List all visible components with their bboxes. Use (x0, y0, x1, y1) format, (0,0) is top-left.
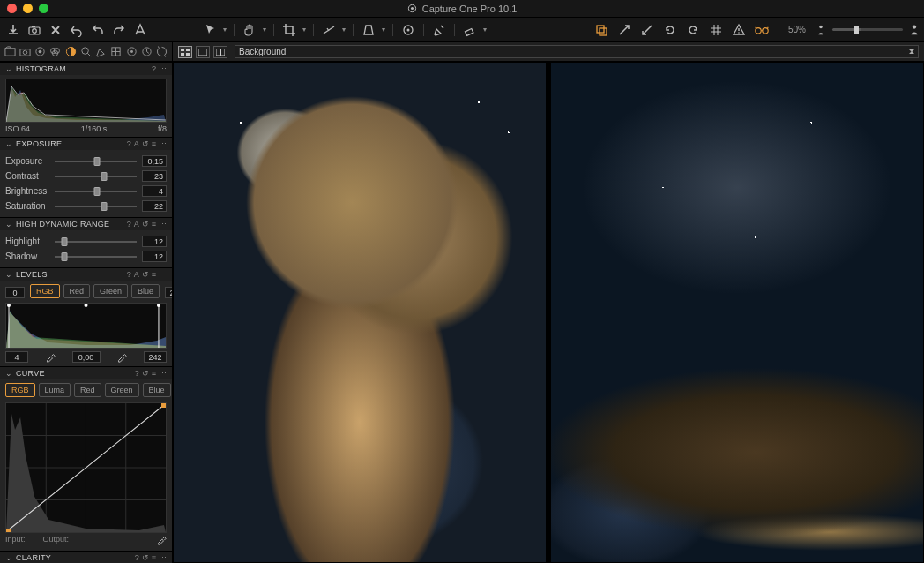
panel-menu-icon[interactable]: ⋯ (159, 553, 167, 562)
image-pane-left[interactable] (174, 63, 546, 562)
curve-tab-green[interactable]: Green (105, 383, 139, 397)
tab-exposure-icon[interactable] (64, 45, 77, 59)
zoom-slider[interactable] (832, 28, 903, 31)
panel-help-icon[interactable]: ? (135, 369, 139, 378)
close-window-button[interactable] (7, 4, 17, 13)
rotate-right-icon[interactable] (685, 22, 701, 38)
highlight-slider[interactable] (55, 241, 137, 243)
mask-erase-icon[interactable] (462, 22, 478, 38)
black-point-picker-icon[interactable] (45, 352, 56, 363)
camera-icon[interactable] (26, 22, 42, 38)
levels-in-low[interactable] (5, 287, 25, 298)
panel-help-icon[interactable]: ? (127, 270, 131, 279)
exposure-value[interactable]: 0,15 (142, 155, 167, 167)
apply-down-icon[interactable] (639, 22, 655, 38)
levels-tab-red[interactable]: Red (63, 284, 91, 298)
undo-icon[interactable] (90, 22, 106, 38)
view-grid-icon[interactable] (178, 46, 192, 58)
curve-header[interactable]: ⌄ CURVE ? ↺ ≡ ⋯ (0, 366, 172, 379)
mask-draw-icon[interactable] (431, 22, 447, 38)
panel-preset-icon[interactable]: ≡ (152, 220, 156, 229)
rotate-left-icon[interactable] (662, 22, 678, 38)
view-split-icon[interactable] (213, 46, 227, 58)
curve-graph[interactable] (5, 402, 167, 533)
panel-reset-icon[interactable]: ↺ (142, 270, 149, 279)
panel-help-icon[interactable]: ? (135, 553, 139, 562)
cursor-icon[interactable] (202, 22, 218, 38)
levels-tab-blue[interactable]: Blue (131, 284, 160, 298)
text-icon[interactable] (132, 22, 148, 38)
levels-graph[interactable] (5, 303, 167, 349)
curve-tab-rgb[interactable]: RGB (5, 383, 35, 397)
levels-in-high[interactable] (165, 287, 172, 298)
levels-out-mid[interactable] (72, 351, 101, 363)
panel-menu-icon[interactable]: ⋯ (159, 64, 167, 73)
maximize-window-button[interactable] (39, 4, 48, 13)
saturation-slider[interactable] (55, 206, 137, 207)
panel-preset-icon[interactable]: ≡ (152, 270, 156, 279)
tab-color-icon[interactable] (49, 45, 62, 59)
panel-auto-icon[interactable]: A (134, 139, 139, 148)
spot-icon[interactable] (400, 22, 416, 38)
straighten-icon[interactable] (321, 22, 337, 38)
histogram-header[interactable]: ⌄ HISTOGRAM ?⋯ (0, 62, 172, 75)
copy-adjustments-icon[interactable] (593, 22, 609, 38)
tab-capture-icon[interactable] (19, 45, 31, 59)
panel-reset-icon[interactable]: ↺ (142, 369, 149, 378)
tab-output-icon[interactable] (140, 45, 153, 59)
brightness-value[interactable]: 4 (142, 185, 167, 197)
crop-icon[interactable] (281, 22, 297, 38)
panel-menu-icon[interactable]: ⋯ (159, 139, 167, 148)
image-pane-right[interactable] (551, 63, 923, 562)
curve-picker-icon[interactable] (156, 535, 167, 545)
image-viewer[interactable] (173, 62, 924, 563)
panel-auto-icon[interactable]: A (134, 220, 139, 229)
redo-icon[interactable] (111, 22, 127, 38)
contrast-value[interactable]: 23 (142, 170, 167, 182)
shadow-slider[interactable] (55, 256, 137, 258)
levels-out-low[interactable] (5, 351, 28, 363)
panel-reset-icon[interactable]: ↺ (142, 553, 149, 562)
curve-tab-luma[interactable]: Luma (39, 383, 71, 397)
highlight-value[interactable]: 12 (142, 236, 167, 247)
tab-details-icon[interactable] (79, 45, 92, 59)
levels-tab-rgb[interactable]: RGB (30, 284, 60, 298)
tab-local-icon[interactable] (95, 45, 108, 59)
proof-glasses-icon[interactable] (754, 22, 770, 38)
curve-tab-blue[interactable]: Blue (143, 383, 171, 397)
fit-person-left-icon[interactable] (816, 25, 825, 35)
saturation-value[interactable]: 22 (142, 200, 167, 212)
panel-preset-icon[interactable]: ≡ (152, 553, 156, 562)
levels-out-high[interactable] (144, 351, 167, 363)
apply-up-icon[interactable] (616, 22, 632, 38)
exposure-slider[interactable] (55, 161, 137, 162)
panel-menu-icon[interactable]: ⋯ (159, 220, 167, 229)
levels-header[interactable]: ⌄ LEVELS ? A ↺ ≡ ⋯ (0, 267, 172, 281)
fit-person-right-icon[interactable] (910, 25, 919, 35)
tab-library-icon[interactable] (4, 45, 16, 59)
panel-menu-icon[interactable]: ⋯ (159, 369, 167, 378)
import-icon[interactable] (5, 22, 21, 38)
tab-batch-icon[interactable] (156, 45, 168, 59)
hdr-header[interactable]: ⌄ HIGH DYNAMIC RANGE ? A ↺ ≡ ⋯ (0, 217, 172, 230)
panel-auto-icon[interactable]: A (134, 270, 139, 279)
minimize-window-button[interactable] (23, 4, 33, 13)
close-icon[interactable] (48, 22, 63, 38)
clarity-header[interactable]: ⌄ CLARITY ? ↺ ≡ ⋯ (0, 551, 172, 563)
view-single-icon[interactable] (196, 46, 210, 58)
tab-adjustments-icon[interactable] (110, 45, 123, 59)
panel-preset-icon[interactable]: ≡ (152, 139, 156, 148)
curve-tab-red[interactable]: Red (74, 383, 101, 397)
contrast-slider[interactable] (55, 176, 137, 177)
panel-help-icon[interactable]: ? (152, 64, 156, 73)
panel-reset-icon[interactable]: ↺ (142, 139, 149, 148)
panel-reset-icon[interactable]: ↺ (142, 220, 149, 229)
hand-icon[interactable] (242, 22, 257, 38)
panel-help-icon[interactable]: ? (127, 220, 131, 229)
tab-lens-icon[interactable] (34, 45, 47, 59)
exposure-header[interactable]: ⌄ EXPOSURE ? A ↺ ≡ ⋯ (0, 137, 172, 150)
white-point-picker-icon[interactable] (116, 352, 127, 363)
grid-icon[interactable] (708, 22, 724, 38)
levels-tab-green[interactable]: Green (93, 284, 128, 298)
keystone-icon[interactable] (361, 22, 376, 38)
